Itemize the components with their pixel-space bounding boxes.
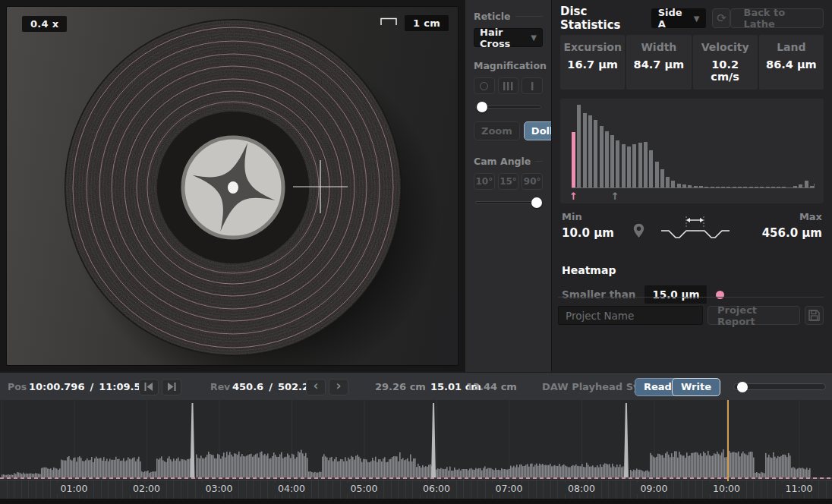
transport-bar: Pos 10:00.796 / 11:09.559 Rev 450.6 / 50… bbox=[0, 372, 832, 400]
side-selected-value: Side A bbox=[658, 7, 688, 30]
chevron-down-icon: ▼ bbox=[694, 14, 700, 23]
histogram-bar bbox=[805, 181, 808, 187]
rev-current: 450.6 bbox=[232, 381, 263, 392]
histogram-bar bbox=[577, 105, 581, 187]
magnification-slider[interactable] bbox=[475, 102, 541, 112]
panel-title: Disc Statistics bbox=[560, 5, 641, 32]
save-floppy-icon bbox=[808, 310, 820, 321]
waveform-timeline[interactable] bbox=[0, 400, 832, 480]
mean-marker-icon: ↑ bbox=[611, 191, 619, 202]
skip-end-icon bbox=[167, 383, 176, 391]
heatmap-condition-label: Smaller than bbox=[562, 288, 635, 301]
refresh-stats-button[interactable]: ⟳ bbox=[712, 8, 730, 28]
position-current: 10:00.796 bbox=[29, 381, 84, 392]
groove-profile-graphic bbox=[651, 214, 740, 247]
time-tick-label: 04:00 bbox=[273, 483, 310, 494]
prev-rev-button[interactable]: ‹ bbox=[306, 379, 326, 395]
skip-to-end-button[interactable] bbox=[162, 379, 181, 395]
project-name-input[interactable] bbox=[558, 306, 703, 325]
heatmap-threshold-input[interactable]: 15.0 µm bbox=[644, 285, 707, 304]
histogram-bar bbox=[588, 115, 592, 187]
reticle-dropdown[interactable]: Hair Cross ▼ bbox=[474, 28, 543, 47]
location-pin-icon bbox=[633, 223, 644, 238]
timeline-zoom-slider[interactable] bbox=[733, 383, 826, 390]
scale-bracket-icon bbox=[380, 17, 397, 26]
histogram-bar bbox=[600, 126, 604, 187]
rev-label: Rev bbox=[210, 381, 230, 392]
timeline-zoom-knob[interactable] bbox=[737, 382, 748, 392]
histogram-bar bbox=[622, 144, 626, 187]
side-selector-dropdown[interactable]: Side A ▼ bbox=[651, 8, 707, 28]
time-tick-label: 07:00 bbox=[490, 483, 528, 494]
time-tick-label: 03:00 bbox=[200, 483, 238, 494]
viewport-canvas[interactable]: 0.4 x 1 cm bbox=[6, 6, 459, 366]
bottom-strip bbox=[0, 499, 832, 504]
time-tick-label: 01:00 bbox=[55, 483, 93, 494]
chevron-left-icon: ‹ bbox=[313, 380, 318, 394]
view-controls-panel: Reticle Hair Cross ▼ Magnification bbox=[465, 0, 551, 372]
min-stat: Min 10.0 µm bbox=[562, 211, 632, 240]
next-rev-button[interactable]: › bbox=[329, 379, 348, 395]
groove-width-histogram: ↑ ↑ bbox=[560, 99, 824, 203]
histogram-bar bbox=[632, 144, 636, 187]
vinyl-disc-render[interactable] bbox=[7, 7, 458, 365]
time-tick-label: 02:00 bbox=[128, 483, 165, 494]
zoom-level-badge: 0.4 x bbox=[22, 16, 67, 32]
magnification-slider-knob[interactable] bbox=[477, 102, 487, 112]
time-tick-label: 06:00 bbox=[418, 483, 455, 494]
radius-outer: 29.26 cm bbox=[375, 381, 426, 392]
radius-inner: 13.44 cm bbox=[466, 381, 517, 392]
mag-mode-single-line-button[interactable] bbox=[522, 77, 543, 94]
histogram-bar bbox=[649, 150, 653, 187]
spindle-hole bbox=[228, 181, 238, 194]
skip-start-icon bbox=[144, 383, 153, 391]
mag-mode-triple-line-button[interactable] bbox=[498, 77, 519, 94]
waveform-canvas[interactable] bbox=[0, 400, 832, 480]
scale-value-badge: 1 cm bbox=[405, 15, 449, 31]
daw-write-button[interactable]: Write bbox=[672, 378, 720, 396]
max-stat: Max 456.0 µm bbox=[752, 211, 822, 240]
rev-total: 502.2 bbox=[278, 381, 309, 392]
save-project-button[interactable] bbox=[805, 306, 824, 325]
project-report-button[interactable]: Project Report bbox=[708, 306, 800, 325]
stat-card-velocity: Velocity10.2 cm/s bbox=[693, 35, 758, 90]
zoom-mode-button[interactable]: Zoom bbox=[474, 121, 520, 140]
skip-to-start-button[interactable] bbox=[139, 379, 159, 395]
histogram-bar bbox=[594, 120, 597, 187]
chevron-right-icon: › bbox=[336, 380, 341, 394]
time-ruler[interactable]: 01:0002:0003:0004:0005:0006:0007:0008:00… bbox=[0, 480, 832, 499]
histogram-bar bbox=[671, 181, 675, 187]
stat-card-excursion: Excursion16.7 µm bbox=[560, 35, 625, 90]
cam-angle-slider[interactable] bbox=[475, 197, 541, 208]
magnification-section-title: Magnification bbox=[474, 60, 543, 71]
cam-angle-section-title: Cam Angle bbox=[474, 156, 543, 167]
single-bar-icon bbox=[531, 82, 534, 90]
stat-card-width: Width84.7 µm bbox=[626, 35, 691, 90]
time-tick-label: 08:00 bbox=[563, 483, 600, 494]
histogram-bar bbox=[666, 177, 670, 187]
histogram-bar bbox=[583, 113, 587, 187]
time-tick-label: 05:00 bbox=[345, 483, 383, 494]
histogram-axis bbox=[572, 187, 815, 188]
cam-angle-90-button[interactable]: 90° bbox=[522, 173, 543, 190]
mag-mode-circle-button[interactable] bbox=[474, 77, 495, 94]
histogram-bar bbox=[655, 162, 659, 187]
cam-angle-10-button[interactable]: 10° bbox=[474, 173, 495, 190]
heatmap-title: Heatmap bbox=[562, 264, 822, 276]
playhead-cursor[interactable] bbox=[727, 400, 729, 481]
disc-3d-viewport[interactable]: 0.4 x 1 cm bbox=[0, 0, 465, 372]
pick-location-button[interactable] bbox=[633, 223, 644, 241]
histogram-bar bbox=[644, 142, 648, 187]
back-to-lathe-button[interactable]: Back to Lathe bbox=[730, 8, 824, 28]
circle-icon bbox=[480, 82, 488, 90]
reticle-selected-value: Hair Cross bbox=[480, 27, 531, 49]
cam-angle-15-button[interactable]: 15° bbox=[498, 173, 519, 190]
cam-angle-slider-knob[interactable] bbox=[531, 197, 542, 208]
histogram-bar bbox=[605, 131, 609, 187]
heatmap-baseline-strip bbox=[0, 477, 832, 479]
chevron-down-icon: ▼ bbox=[531, 33, 537, 42]
divider bbox=[558, 297, 824, 298]
disc-statistics-panel: Disc Statistics Side A ▼ ⟳ Back to Lathe… bbox=[551, 0, 832, 372]
histogram-bar bbox=[660, 169, 664, 187]
min-threshold-marker-icon[interactable]: ↑ bbox=[569, 191, 578, 202]
